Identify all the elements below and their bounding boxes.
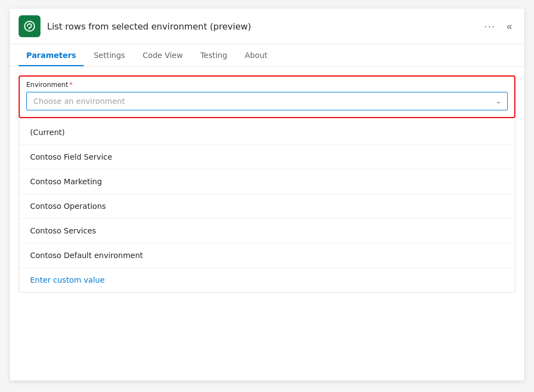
content-area: Environment * Choose an environment (Cur… [10, 67, 524, 301]
environment-select[interactable]: Choose an environment (Current) Contoso … [26, 92, 508, 110]
dropdown-item-contoso-services[interactable]: Contoso Services [19, 219, 515, 243]
tab-code-view[interactable]: Code View [135, 44, 191, 66]
dropdown-item-custom-value[interactable]: Enter custom value [19, 268, 515, 292]
dropdown-item-current[interactable]: (Current) [19, 120, 515, 145]
panel-title: List rows from selected environment (pre… [47, 21, 475, 32]
panel: List rows from selected environment (pre… [10, 9, 524, 381]
select-wrapper[interactable]: Choose an environment (Current) Contoso … [26, 92, 508, 110]
dropdown-item-contoso-default[interactable]: Contoso Default environment [19, 243, 515, 268]
tab-about[interactable]: About [237, 44, 275, 66]
collapse-button[interactable]: « [504, 19, 515, 34]
svg-point-1 [28, 28, 30, 30]
tab-testing[interactable]: Testing [193, 44, 235, 66]
tab-settings[interactable]: Settings [86, 44, 132, 66]
dropdown-item-contoso-operations[interactable]: Contoso Operations [19, 194, 515, 219]
dropdown-list: (Current) Contoso Field Service Contoso … [19, 120, 515, 292]
environment-field-group: Environment * Choose an environment (Cur… [19, 75, 515, 118]
dropdown-item-contoso-marketing[interactable]: Contoso Marketing [19, 169, 515, 194]
app-icon [19, 15, 40, 37]
environment-label-text: Environment [26, 81, 68, 89]
svg-point-0 [25, 21, 34, 31]
required-indicator: * [69, 81, 73, 89]
environment-label: Environment * [26, 81, 508, 89]
header: List rows from selected environment (pre… [10, 9, 524, 44]
tabs-bar: Parameters Settings Code View Testing Ab… [10, 44, 524, 67]
header-actions: ··· « [482, 19, 515, 34]
more-options-button[interactable]: ··· [482, 19, 498, 34]
dropdown-item-contoso-field-service[interactable]: Contoso Field Service [19, 145, 515, 169]
tab-parameters[interactable]: Parameters [19, 44, 84, 66]
